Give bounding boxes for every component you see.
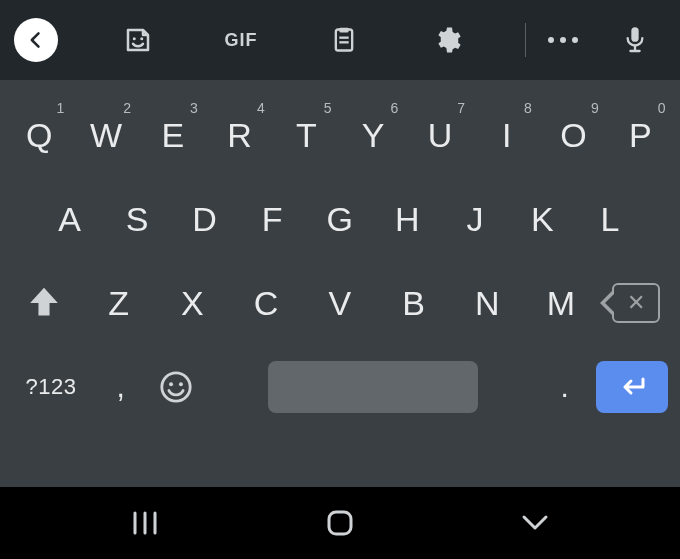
svg-point-1 (140, 37, 143, 40)
key-j[interactable]: J (441, 182, 509, 256)
key-row-1: 1Q 2W 3E 4R 5T 6Y 7U 8I 9O 0P (6, 98, 674, 172)
key-label: C (254, 284, 279, 323)
system-navigation-bar (0, 487, 680, 559)
key-hint: 2 (123, 100, 131, 116)
key-label: M (547, 284, 576, 323)
back-button[interactable] (14, 18, 58, 62)
svg-point-8 (572, 37, 578, 43)
key-label: K (531, 200, 554, 239)
emoji-icon (159, 370, 193, 404)
key-r[interactable]: 4R (206, 98, 273, 172)
key-o[interactable]: 9O (540, 98, 607, 172)
key-label: V (328, 284, 351, 323)
key-b[interactable]: B (377, 266, 451, 340)
svg-rect-2 (336, 30, 352, 51)
key-label: O (560, 116, 587, 155)
key-hint: 3 (190, 100, 198, 116)
svg-point-12 (162, 373, 190, 401)
shift-key[interactable] (6, 266, 82, 340)
svg-point-6 (548, 37, 554, 43)
more-button[interactable] (532, 9, 594, 71)
svg-point-14 (179, 382, 183, 386)
keyboard-toolbar: GIF (0, 0, 680, 80)
emoji-key[interactable] (146, 350, 206, 424)
comma-key[interactable]: , (96, 350, 146, 424)
recents-icon (130, 511, 160, 535)
key-label: X (181, 284, 204, 323)
key-label: G (327, 200, 354, 239)
enter-key[interactable] (590, 350, 674, 424)
key-a[interactable]: A (36, 182, 104, 256)
enter-button-bg (596, 361, 668, 413)
key-label: Y (362, 116, 385, 155)
gif-label: GIF (225, 30, 258, 51)
key-hint: 7 (457, 100, 465, 116)
gif-button[interactable]: GIF (210, 9, 272, 71)
nav-back[interactable] (485, 498, 585, 548)
key-u[interactable]: 7U (407, 98, 474, 172)
key-c[interactable]: C (229, 266, 303, 340)
svg-point-7 (560, 37, 566, 43)
nav-recents[interactable] (95, 498, 195, 548)
key-f[interactable]: F (239, 182, 307, 256)
key-label: B (402, 284, 425, 323)
key-hint: 6 (391, 100, 399, 116)
key-v[interactable]: V (303, 266, 377, 340)
key-label: H (395, 200, 420, 239)
backspace-x: ✕ (627, 292, 646, 314)
key-row-3: Z X C V B N M ✕ (6, 266, 674, 340)
gear-icon (432, 25, 462, 55)
key-hint: 0 (658, 100, 666, 116)
key-label: W (90, 116, 123, 155)
key-e[interactable]: 3E (140, 98, 207, 172)
key-i[interactable]: 8I (474, 98, 541, 172)
key-hint: 8 (524, 100, 532, 116)
key-row-4: ?123 , . (6, 350, 674, 424)
key-hint: 4 (257, 100, 265, 116)
key-label: T (296, 116, 317, 155)
key-hint: 9 (591, 100, 599, 116)
key-label: D (192, 200, 217, 239)
toolbar-separator (525, 23, 526, 57)
svg-rect-3 (339, 28, 348, 33)
key-l[interactable]: L (576, 182, 644, 256)
key-g[interactable]: G (306, 182, 374, 256)
key-label: P (629, 116, 652, 155)
key-m[interactable]: M (524, 266, 598, 340)
more-horizontal-icon (546, 35, 580, 45)
key-label: ?123 (26, 374, 77, 400)
key-s[interactable]: S (104, 182, 172, 256)
key-p[interactable]: 0P (607, 98, 674, 172)
nav-home[interactable] (290, 498, 390, 548)
symbols-key[interactable]: ?123 (6, 350, 96, 424)
svg-point-0 (133, 37, 136, 40)
key-row-2: A S D F G H J K L (6, 182, 674, 256)
key-q[interactable]: 1Q (6, 98, 73, 172)
key-n[interactable]: N (451, 266, 525, 340)
key-label: J (466, 200, 484, 239)
key-z[interactable]: Z (82, 266, 156, 340)
keyboard-body: 1Q 2W 3E 4R 5T 6Y 7U 8I 9O 0P A S D F G … (0, 80, 680, 487)
sticker-button[interactable] (107, 9, 169, 71)
svg-point-13 (169, 382, 173, 386)
voice-input-button[interactable] (604, 9, 666, 71)
period-key[interactable]: . (540, 350, 590, 424)
settings-button[interactable] (416, 9, 478, 71)
home-icon (325, 508, 355, 538)
key-label: U (428, 116, 453, 155)
backspace-key[interactable]: ✕ (598, 266, 674, 340)
key-y[interactable]: 6Y (340, 98, 407, 172)
key-h[interactable]: H (374, 182, 442, 256)
clipboard-button[interactable] (313, 9, 375, 71)
key-k[interactable]: K (509, 182, 577, 256)
key-x[interactable]: X (156, 266, 230, 340)
space-key[interactable] (206, 350, 540, 424)
chevron-left-icon (26, 30, 46, 50)
key-w[interactable]: 2W (73, 98, 140, 172)
key-t[interactable]: 5T (273, 98, 340, 172)
key-label: S (126, 200, 149, 239)
key-label: R (227, 116, 252, 155)
space-bar (268, 361, 478, 413)
key-d[interactable]: D (171, 182, 239, 256)
key-label: A (58, 200, 81, 239)
